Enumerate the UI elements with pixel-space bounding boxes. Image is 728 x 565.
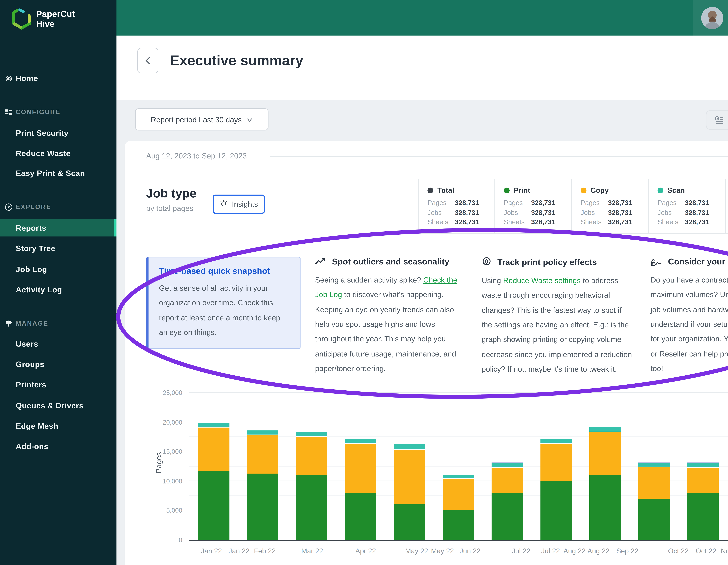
main-content: Executive summary Download Report period… — [116, 36, 728, 565]
sidebar-item-story-tree[interactable]: Story Tree — [0, 239, 116, 257]
sidebar-item-label: Groups — [16, 360, 44, 368]
chart-title: Job type — [146, 186, 196, 200]
bar-May-22[interactable] — [394, 443, 425, 540]
jobs-value: 328,731 — [608, 209, 632, 216]
pages-value: 328,731 — [455, 199, 479, 206]
segment-copy — [345, 443, 376, 492]
chevron-left-icon — [144, 56, 151, 65]
sidebar-item-label: Easy Print & Scan — [16, 169, 85, 177]
bar-Jan-22[interactable] — [198, 422, 230, 540]
row-label: Jobs — [427, 209, 455, 216]
segment-scan — [247, 430, 279, 434]
bar-Feb-22[interactable] — [247, 429, 279, 540]
sidebar-item-add-ons[interactable]: Add-ons — [0, 437, 116, 455]
legend-label: Copy — [591, 186, 609, 195]
segment-print — [247, 473, 279, 540]
tip-title: Spot outliers and seasonality — [332, 257, 449, 266]
x-tick-label: May 22 — [431, 547, 454, 555]
segment-copy — [394, 449, 425, 505]
bar-Oct-22[interactable] — [638, 461, 670, 540]
segment-print — [492, 493, 523, 540]
bar-Jun-22[interactable] — [443, 473, 474, 540]
sidebar-item-groups[interactable]: Groups — [0, 355, 116, 373]
sheets-value: 328,731 — [531, 218, 555, 225]
segment-copy — [638, 467, 670, 499]
sidebar-item-print-security[interactable]: Print Security — [0, 124, 116, 142]
sidebar-item-queues-drivers[interactable]: Queues & Drivers — [0, 397, 116, 414]
legend-card-total[interactable]: Total Pages328,731 Jobs328,731 Sheets328… — [418, 179, 495, 234]
sidebar-item-users[interactable]: Users — [0, 335, 116, 352]
x-tick-label: Nov 22 — [721, 547, 728, 555]
segment-scan — [296, 432, 327, 436]
jobs-value: 328,731 — [531, 209, 555, 216]
x-tick-label: Jan 22 — [201, 547, 222, 555]
target-pin-icon — [482, 257, 492, 267]
segment-scan — [394, 444, 425, 449]
summary-list-view-button[interactable] — [708, 112, 728, 128]
legend-label: Scan — [667, 186, 685, 195]
sidebar-item-printers[interactable]: Printers — [0, 376, 116, 393]
segment-copy — [687, 467, 719, 492]
sidebar-item-home[interactable]: Home — [0, 69, 116, 87]
manage-signpost-icon — [5, 319, 13, 327]
lightbulb-icon — [220, 200, 228, 209]
row-label: Sheets — [504, 218, 531, 225]
segment-copy — [540, 443, 572, 481]
tip-title: Track print policy effects — [497, 257, 597, 266]
legend-card-fax-sent[interactable]: Fax Sent Pages328,731 Jobs328,731 Sheets… — [726, 179, 728, 234]
bar-Apr-22[interactable] — [345, 438, 376, 540]
chart-subtitle: by total pages — [146, 204, 193, 213]
bar-Mar-22[interactable] — [296, 431, 327, 540]
segment-scan — [687, 462, 719, 467]
sidebar-item-easy-print-scan[interactable]: Easy Print & Scan — [0, 164, 116, 182]
legend-card-print[interactable]: Print Pages328,731 Jobs328,731 Sheets328… — [495, 179, 572, 234]
report-period-dropdown[interactable]: Report period Last 30 days — [135, 108, 268, 130]
user-menu[interactable]: Brandon Harris brandon.harris@examp... — [693, 0, 728, 36]
x-tick-label: Aug 22 — [563, 547, 586, 555]
sidebar-item-label: Printers — [16, 380, 46, 389]
chevron-down-icon — [246, 116, 253, 123]
x-axis-labels: Jan 22Jan 22Feb 22Mar 22Apr 22May 22May … — [189, 547, 728, 559]
segment-print — [638, 499, 670, 540]
tip-title: Consider your contract — [668, 257, 728, 266]
x-tick-label: Oct 22 — [668, 547, 689, 555]
segment-print — [589, 475, 621, 540]
sidebar-item-label: Reduce Waste — [16, 149, 71, 158]
sidebar-item-label: Add-ons — [16, 442, 48, 451]
row-label: Jobs — [581, 209, 608, 216]
divider — [270, 156, 728, 157]
tip-card-consider-contract: Consider your contract Do you have a con… — [651, 257, 728, 376]
legend-card-scan[interactable]: Scan Pages328,731 Jobs328,731 Sheets328,… — [649, 179, 726, 234]
sidebar-item-label: Print Security — [16, 128, 68, 137]
row-label: Jobs — [658, 209, 685, 216]
sidebar-section-manage: MANAGE — [0, 315, 116, 332]
x-tick-label: Apr 22 — [355, 547, 376, 555]
bar-Sep-22[interactable] — [589, 425, 621, 540]
x-axis-line — [189, 540, 728, 541]
segment-print — [394, 505, 425, 540]
sidebar-item-reports[interactable]: Reports — [0, 219, 116, 236]
segment-scan — [638, 462, 670, 467]
row-label: Sheets — [427, 218, 455, 225]
insights-button[interactable]: Insights — [213, 195, 265, 214]
sidebar-item-reduce-waste[interactable]: Reduce Waste — [0, 144, 116, 162]
segment-fax-sent — [638, 461, 670, 462]
chart-plot-area — [189, 393, 728, 540]
segment-copy — [198, 427, 230, 471]
legend-card-copy[interactable]: Copy Pages328,731 Jobs328,731 Sheets328,… — [572, 179, 649, 234]
bar-Jul-22[interactable] — [492, 462, 523, 540]
row-label: Pages — [504, 199, 531, 206]
sidebar-item-job-log[interactable]: Job Log — [0, 260, 116, 278]
back-button[interactable] — [137, 48, 158, 73]
reduce-waste-settings-link[interactable]: Reduce Waste settings — [503, 276, 581, 285]
bar-Aug-22[interactable] — [540, 438, 572, 540]
row-label: Jobs — [504, 209, 531, 216]
legend-label: Print — [514, 186, 530, 195]
sidebar-item-edge-mesh[interactable]: Edge Mesh — [0, 417, 116, 435]
sheets-value: 328,731 — [608, 218, 632, 225]
tip-text: to discover what's happening. Keeping an… — [315, 290, 456, 373]
x-tick-label: Jul 22 — [541, 547, 560, 555]
bar-Nov-22[interactable] — [687, 461, 719, 540]
sidebar-item-activity-log[interactable]: Activity Log — [0, 281, 116, 298]
row-label: Pages — [581, 199, 608, 206]
